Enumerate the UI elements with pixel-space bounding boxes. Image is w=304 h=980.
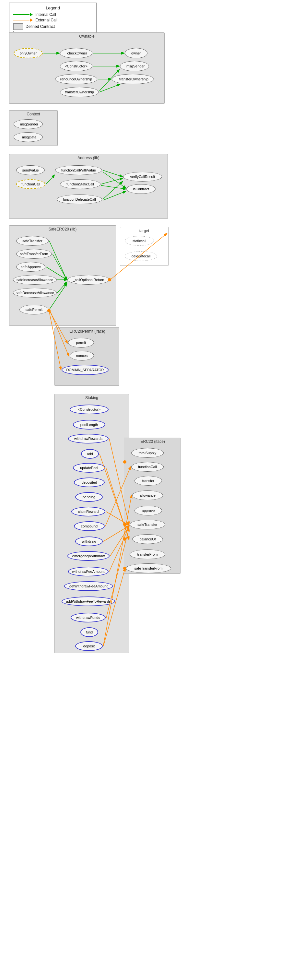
node-transferFrom[interactable]: transferFrom <box>130 549 165 559</box>
node-addWithdrawFeeToRewards[interactable]: addWithdrawFeeToRewards <box>62 597 115 606</box>
node-nonces[interactable]: nonces <box>70 351 94 361</box>
node-withdraw[interactable]: withdraw <box>75 536 103 546</box>
legend-internal-call: Internal Call <box>13 12 92 17</box>
ierc20-label: IERC20 (iface) <box>139 439 165 444</box>
node-msgSender[interactable]: _msgSender <box>120 61 149 71</box>
node-transferOwnership-fn[interactable]: _transferOwnership <box>112 74 154 84</box>
node-safeIncreaseAllowance[interactable]: safeIncreaseAllowance <box>13 275 57 285</box>
node-functionStaticCall[interactable]: functionStaticCall <box>60 179 100 189</box>
external-call-label: External Call <box>35 18 57 22</box>
node-isContract[interactable]: isContract <box>126 184 156 194</box>
node-staking-constructor[interactable]: <Constructor> <box>70 404 108 414</box>
node-getWithdrawFeeAmount[interactable]: getWithdrawFeeAmount <box>64 581 113 591</box>
node-onlyOwner[interactable]: onlyOwner <box>14 48 43 58</box>
node-transferOwnership[interactable]: transferOwnership <box>60 87 99 97</box>
defined-contract-box <box>13 23 23 30</box>
legend-title: Legend <box>13 5 92 10</box>
node-delegatecall[interactable]: delegatecall <box>125 251 157 261</box>
node-context-msgData[interactable]: _msgData <box>14 132 43 142</box>
internal-call-arrow <box>30 13 33 16</box>
node-renounceOwnership[interactable]: renounceOwnership <box>55 74 97 84</box>
node-safeDecreaseAllowance[interactable]: safeDecreaseAllowance <box>13 288 57 298</box>
legend-defined-contract: Defined Contract <box>13 23 92 30</box>
node-functionCallWithValue[interactable]: functionCallWithValue <box>55 165 102 175</box>
node-safeTransferFrom[interactable]: safeTransferFrom <box>16 249 52 259</box>
node-owner[interactable]: owner <box>125 48 148 58</box>
node-domain-separator[interactable]: DOMAIN_SEPARATOR <box>62 365 108 375</box>
node-deposit[interactable]: deposit <box>75 641 103 651</box>
node-constructor-ownable[interactable]: <Constructor> <box>60 61 92 71</box>
node-approve[interactable]: approve <box>135 506 162 515</box>
staking-label: Staking <box>85 396 98 400</box>
node-balanceOf[interactable]: balanceOf <box>132 534 163 544</box>
ierc20permit-label: IERC20Permit (iface) <box>68 329 105 334</box>
node-emergencyWithdraw[interactable]: emergencyWithdraw <box>67 551 110 561</box>
ownable-label: Ownable <box>79 34 94 38</box>
node-withdrawFunds[interactable]: withdrawFunds <box>71 613 106 622</box>
defined-contract-label: Defined Contract <box>25 24 55 29</box>
node-updatePool[interactable]: updatePool <box>73 463 105 473</box>
node-staticcall[interactable]: staticcall <box>125 236 154 246</box>
target-label: target <box>139 229 150 233</box>
external-call-arrow <box>30 19 33 22</box>
node-add[interactable]: add <box>81 449 99 459</box>
node-transfer[interactable]: transfer <box>135 476 162 485</box>
legend-external-call: External Call <box>13 18 92 22</box>
node-safePermit[interactable]: safePermit <box>19 305 49 315</box>
internal-call-label: Internal Call <box>35 12 56 17</box>
node-sendValue[interactable]: sendValue <box>16 165 45 175</box>
external-call-line <box>13 20 30 21</box>
node-ierc20-safeTransfer[interactable]: safeTransfer <box>130 520 165 530</box>
node-deposited[interactable]: deposited <box>74 477 105 487</box>
node-checkOwner[interactable]: _checkOwner <box>60 48 92 58</box>
node-functionDelegateCall[interactable]: functionDelegateCall <box>57 194 102 204</box>
node-fund[interactable]: fund <box>80 627 98 637</box>
node-functionCall[interactable]: functionCall <box>16 179 45 189</box>
node-claimReward[interactable]: claimReward <box>71 507 105 516</box>
safeERC20-label: SafeERC20 (lib) <box>49 227 77 231</box>
node-verifyCallResult[interactable]: verifyCallResult <box>123 172 162 181</box>
node-ierc20-safeTransferFrom[interactable]: safeTransferFrom <box>126 563 171 573</box>
node-totalSupply[interactable]: totalSupply <box>131 448 164 458</box>
node-withdrawRewards[interactable]: withdrawRewards <box>68 434 108 444</box>
diagram-container: Legend Internal Call External Call Defin… <box>0 0 304 980</box>
address-label: Address (lib) <box>78 156 99 160</box>
internal-call-line <box>13 14 30 15</box>
context-label: Context <box>27 112 40 116</box>
node-poolLength[interactable]: poolLength <box>73 420 105 430</box>
node-context-msgSender[interactable]: _msgSender <box>14 119 43 129</box>
node-permit[interactable]: permit <box>68 338 94 347</box>
node-ierc20-functionCall[interactable]: functionCall <box>131 462 164 472</box>
node-allowance[interactable]: allowance <box>132 490 163 500</box>
node-withdrawFeeAmount[interactable]: withdrawFeeAmount <box>68 567 108 576</box>
node-safeTransfer[interactable]: safeTransfer <box>16 236 49 246</box>
node-callOptionalReturn[interactable]: _callOptionalReturn <box>67 275 110 285</box>
node-safeApprove[interactable]: safeApprove <box>16 262 45 272</box>
node-compound[interactable]: compound <box>74 521 105 531</box>
node-pending[interactable]: pending <box>75 492 103 502</box>
